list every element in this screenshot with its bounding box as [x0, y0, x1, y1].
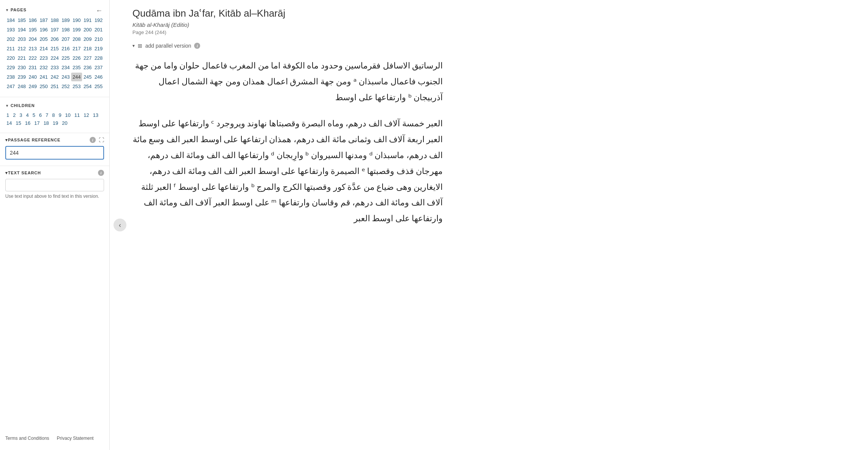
passage-reference-header-left[interactable]: ▾ PASSAGE REFERENCE — [5, 138, 61, 143]
child-item-14[interactable]: 14 — [5, 119, 13, 127]
page-number-194[interactable]: 194 — [16, 25, 27, 34]
page-number-253[interactable]: 253 — [71, 82, 82, 91]
page-number-249[interactable]: 249 — [27, 82, 38, 91]
parallel-toggle-arrow[interactable]: ▾ — [132, 43, 135, 48]
page-number-197[interactable]: 197 — [49, 25, 60, 34]
add-parallel-version-link[interactable]: add parallel version — [145, 43, 191, 49]
page-number-204[interactable]: 204 — [27, 35, 38, 43]
page-number-227[interactable]: 227 — [82, 54, 93, 62]
page-number-237[interactable]: 237 — [93, 63, 104, 72]
child-item-9[interactable]: 9 — [58, 112, 62, 119]
terms-link[interactable]: Terms and Conditions — [5, 436, 49, 441]
page-number-223[interactable]: 223 — [38, 54, 49, 62]
page-number-220[interactable]: 220 — [5, 54, 16, 62]
page-number-240[interactable]: 240 — [27, 73, 38, 81]
page-number-233[interactable]: 233 — [49, 63, 60, 72]
child-item-11[interactable]: 11 — [73, 112, 81, 119]
page-number-205[interactable]: 205 — [38, 35, 49, 43]
page-number-201[interactable]: 201 — [93, 25, 104, 34]
page-number-196[interactable]: 196 — [38, 25, 49, 34]
page-number-248[interactable]: 248 — [16, 82, 27, 91]
page-number-221[interactable]: 221 — [16, 54, 27, 62]
page-number-236[interactable]: 236 — [82, 63, 93, 72]
page-number-251[interactable]: 251 — [49, 82, 60, 91]
page-number-195[interactable]: 195 — [27, 25, 38, 34]
child-item-2[interactable]: 2 — [12, 112, 17, 119]
page-number-214[interactable]: 214 — [38, 44, 49, 53]
page-number-210[interactable]: 210 — [93, 35, 104, 43]
text-search-input[interactable] — [5, 179, 104, 191]
page-number-238[interactable]: 238 — [5, 73, 16, 81]
child-item-5[interactable]: 5 — [31, 112, 36, 119]
page-number-231[interactable]: 231 — [27, 63, 38, 72]
page-number-217[interactable]: 217 — [71, 44, 82, 53]
page-number-219[interactable]: 219 — [93, 44, 104, 53]
passage-expand-icon[interactable]: ⛶ — [99, 137, 104, 143]
page-number-247[interactable]: 247 — [5, 82, 16, 91]
child-item-16[interactable]: 16 — [24, 119, 31, 127]
page-number-235[interactable]: 235 — [71, 63, 82, 72]
page-number-186[interactable]: 186 — [27, 16, 38, 25]
child-item-12[interactable]: 12 — [82, 112, 90, 119]
page-number-228[interactable]: 228 — [93, 54, 104, 62]
passage-info-icon[interactable]: i — [90, 137, 96, 143]
page-number-245[interactable]: 245 — [82, 73, 93, 81]
page-number-188[interactable]: 188 — [49, 16, 60, 25]
page-number-208[interactable]: 208 — [71, 35, 82, 43]
pages-section-header[interactable]: ▾ PAGES — [0, 4, 109, 14]
child-item-19[interactable]: 19 — [51, 119, 59, 127]
page-number-207[interactable]: 207 — [60, 35, 71, 43]
page-number-198[interactable]: 198 — [60, 25, 71, 34]
text-search-info-icon[interactable]: i — [98, 170, 104, 176]
page-number-187[interactable]: 187 — [38, 16, 49, 25]
page-number-190[interactable]: 190 — [71, 16, 82, 25]
privacy-link[interactable]: Privacy Statement — [57, 436, 93, 441]
child-item-8[interactable]: 8 — [51, 112, 56, 119]
page-number-225[interactable]: 225 — [60, 54, 71, 62]
page-number-200[interactable]: 200 — [82, 25, 93, 34]
child-item-7[interactable]: 7 — [44, 112, 49, 119]
child-item-17[interactable]: 17 — [33, 119, 40, 127]
page-number-241[interactable]: 241 — [38, 73, 49, 81]
child-item-3[interactable]: 3 — [18, 112, 23, 119]
parallel-info-icon[interactable]: i — [194, 43, 200, 49]
page-number-234[interactable]: 234 — [60, 63, 71, 72]
page-number-213[interactable]: 213 — [27, 44, 38, 53]
page-number-191[interactable]: 191 — [82, 16, 93, 25]
child-item-20[interactable]: 20 — [61, 119, 68, 127]
page-number-189[interactable]: 189 — [60, 16, 71, 25]
page-number-193[interactable]: 193 — [5, 25, 16, 34]
page-number-209[interactable]: 209 — [82, 35, 93, 43]
page-number-192[interactable]: 192 — [93, 16, 104, 25]
page-number-244[interactable]: 244 — [71, 73, 82, 81]
page-number-199[interactable]: 199 — [71, 25, 82, 34]
page-number-212[interactable]: 212 — [16, 44, 27, 53]
children-section-header[interactable]: ▾ CHILDREN — [0, 99, 109, 110]
child-item-1[interactable]: 1 — [5, 112, 10, 119]
page-number-218[interactable]: 218 — [82, 44, 93, 53]
page-number-252[interactable]: 252 — [60, 82, 71, 91]
text-search-header-left[interactable]: ▾ TEXT SEARCH — [5, 171, 41, 175]
child-item-15[interactable]: 15 — [14, 119, 22, 127]
child-item-18[interactable]: 18 — [42, 119, 50, 127]
child-item-4[interactable]: 4 — [25, 112, 30, 119]
passage-reference-input[interactable] — [5, 146, 104, 160]
page-number-230[interactable]: 230 — [16, 63, 27, 72]
page-number-184[interactable]: 184 — [5, 16, 16, 25]
page-number-202[interactable]: 202 — [5, 35, 16, 43]
page-number-222[interactable]: 222 — [27, 54, 38, 62]
page-number-216[interactable]: 216 — [60, 44, 71, 53]
child-item-10[interactable]: 10 — [64, 112, 72, 119]
page-number-229[interactable]: 229 — [5, 63, 16, 72]
page-number-242[interactable]: 242 — [49, 73, 60, 81]
collapse-button[interactable]: ← — [94, 5, 104, 16]
page-number-215[interactable]: 215 — [49, 44, 60, 53]
page-number-243[interactable]: 243 — [60, 73, 71, 81]
page-number-239[interactable]: 239 — [16, 73, 27, 81]
page-number-254[interactable]: 254 — [82, 82, 93, 91]
page-number-246[interactable]: 246 — [93, 73, 104, 81]
page-number-224[interactable]: 224 — [49, 54, 60, 62]
page-number-250[interactable]: 250 — [38, 82, 49, 91]
page-number-185[interactable]: 185 — [16, 16, 27, 25]
page-number-255[interactable]: 255 — [93, 82, 104, 91]
